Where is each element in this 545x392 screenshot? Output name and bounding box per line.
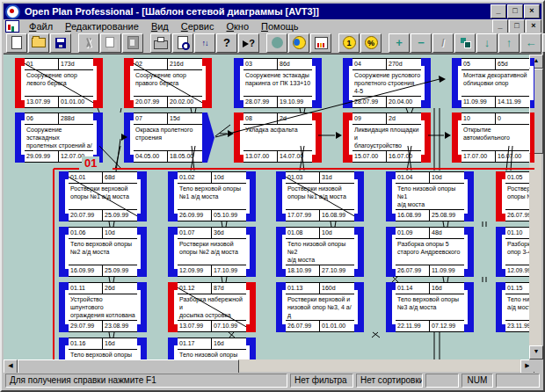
move-up-button[interactable]: ↑ [498,33,520,53]
task-03[interactable]: 0386dСооружение эстакадыпаркинга от ПК 1… [234,58,322,108]
cut-button[interactable] [78,33,99,53]
resource-button[interactable] [266,33,287,53]
move-left-button[interactable]: ← [520,33,541,53]
new-file-icon [11,36,22,49]
task-01.08[interactable]: 01.0810dТело низовой опоры №2а/д моста18… [276,227,364,277]
child-minimize-button[interactable]: _ [492,19,508,33]
task-02[interactable]: 02216dСооружение опорправого берега20.07… [124,58,212,108]
task-10[interactable]: 100Открытиеавтомобильного17.07.0016.07.0… [452,113,534,163]
print-button[interactable] [150,33,171,53]
activity-duration: 10d [103,228,137,238]
add-button[interactable]: + [389,33,410,53]
close-button[interactable]: × [524,4,540,18]
scroll-down-icon[interactable]: ▼ [529,345,543,359]
child-restore-button[interactable]: □ [509,19,525,33]
activity-duration: 36d [212,228,246,238]
percent-button[interactable]: % [360,33,382,53]
menu-item-view[interactable]: Вид [145,20,175,33]
activity-start-date: 17.07.00 [461,151,496,162]
task-01.06[interactable]: 01.0610dТело верховой опоры№2 а/д моста1… [59,227,147,277]
activity-right-cap [246,282,256,332]
help-button[interactable]: ? [216,33,237,53]
menu-item-file[interactable]: Файл [23,20,59,33]
app-icon[interactable] [5,4,20,19]
task-01.17[interactable]: 01.1716dТело низовой опоры №4а/д моста [168,338,256,359]
menu-item-tools[interactable]: Сервис [175,20,221,33]
horizontal-scrollbar[interactable]: ◀ ▶ [4,359,534,372]
activity-id: 01.04 [396,172,430,183]
activity-id: 01.11 [69,283,103,294]
remove-button[interactable]: − [411,33,432,53]
task-01.01[interactable]: 01.0168dРостверки верховойопоры №1 а/д м… [59,171,147,221]
task-08[interactable]: 082dУкладка асфальта13.07.0014.07.00 [234,113,322,163]
task-01.07[interactable]: 01.0736dРостверки низовойопоры №2 а/д мо… [168,227,256,277]
activity-description: Тело верховой опоры№4 а/д моста [69,350,137,359]
activity-duration: 270d [387,59,421,69]
horizontal-scroll-thumb[interactable] [18,359,239,374]
activity-body: 01.0948dРазборка опоры 5старого Андреевс… [395,227,465,277]
task-01.12[interactable]: 01.1287dРазборка набережной идосыпка ост… [168,282,256,332]
copy-button[interactable] [100,33,121,53]
open-file-button[interactable] [28,33,49,53]
menu-item-help[interactable]: Помощь [255,20,305,33]
move-down-button[interactable]: ↓ [476,33,498,53]
activity-start-date: 18.10.99 [286,265,320,276]
save-button[interactable] [50,33,71,53]
activity-duration: 15d [168,113,202,124]
new-file-button[interactable] [6,33,27,53]
task-01[interactable]: 01173dСооружение опорлевого берега13.07.… [15,58,103,108]
activity-duration: 16d [103,338,137,349]
task-06[interactable]: 06288dСооружение эстакадныхпролетных стр… [15,113,103,163]
task-01.09[interactable]: 01.0948dРазборка опоры 5старого Андреевс… [386,227,474,277]
task-09[interactable]: 092dЛиквидация площадки иблагоустройство… [343,113,431,163]
cost-button[interactable]: 1 [338,33,360,53]
activity-description: Устройство шпунтовогоограждения котлован… [69,294,137,320]
task-04[interactable]: 04270dСооружение русловогопролетного стр… [343,58,431,108]
activity-duration: 160d [320,283,354,294]
activity-description: Сооружение русловогопролетного строения … [352,70,421,96]
menu-item-edit[interactable]: Редактирование [59,20,145,33]
activity-body: 01173dСооружение опорлевого берега13.07.… [24,58,94,108]
activity-body: 06288dСооружение эстакадныхпролетных стр… [24,113,94,163]
task-01.16[interactable]: 01.1616dТело верховой опоры№4 а/д моста [59,338,147,359]
time-analysis-button[interactable]: ↑↓ [194,33,215,53]
context-help-button[interactable]: ? [238,33,259,53]
paste-button[interactable] [122,33,143,53]
activity-start-date: 26.07.99 [396,265,430,276]
group-label: 01 [82,156,99,170]
menu-item-window[interactable]: Окно [220,20,255,33]
scroll-left-icon[interactable]: ◀ [4,359,18,374]
task-01.02[interactable]: 01.0210dТело верховой опоры№1 а/д моста2… [168,171,256,221]
status-bar: Для получения справки нажмите F1 Нет фил… [4,373,541,388]
minimize-button[interactable]: _ [490,4,506,18]
activity-end-date: 17.10.99 [212,265,246,276]
child-close-button[interactable]: × [526,19,541,33]
activity-id: 07 [134,113,168,124]
globe-button[interactable] [288,33,309,53]
task-07[interactable]: 0715dОкраска пролетногостроения04.05.001… [124,113,212,163]
print-preview-button[interactable] [172,33,193,53]
task-01.14[interactable]: 01.1416dТело верховой опоры№3 а/д моста2… [386,282,474,332]
cost-icon: 1 [343,36,356,49]
network-diagram-canvas[interactable]: 01 01173dСооружение опорлевого берега13.… [4,54,534,359]
link-button[interactable]: / [432,33,454,53]
task-01.11[interactable]: 01.1126dУстройство шпунтовогоограждения … [59,282,147,332]
task-05[interactable]: 0565dМонтаж декоративнойоблицовки опор11… [452,58,534,108]
activity-duration: 288d [59,113,93,124]
activity-end-date: 20.04.00 [387,97,421,107]
activity-body: 01.0331dРостверки низовойопоры №1 а/д мо… [285,171,355,221]
activity-end-date: 27.10.99 [320,265,354,276]
activity-start-date: 04.05.00 [134,151,168,162]
outline-button[interactable] [454,33,476,53]
activity-description: Ростверки верховойопоры №1 а/д моста [69,184,137,209]
activity-left-cap [15,113,25,163]
task-01.03[interactable]: 01.0331dРостверки низовойопоры №1 а/д мо… [276,171,364,221]
toolbar: ↑↓??1%+−/↓↑←→Z↖ [4,33,541,54]
activity-end-date: 25.08.99 [430,210,464,221]
task-01.04[interactable]: 01.0410dТело низовой опоры №1а/д моста16… [386,171,474,221]
task-01.13[interactable]: 01.13160dРостверки верховой инизовой опо… [276,282,364,332]
restore-button[interactable]: □ [507,4,523,18]
activity-description: Тело низовой опоры №1а/д моста [396,184,464,209]
child-window-icon[interactable] [5,20,19,33]
histogram-button[interactable] [310,33,331,53]
